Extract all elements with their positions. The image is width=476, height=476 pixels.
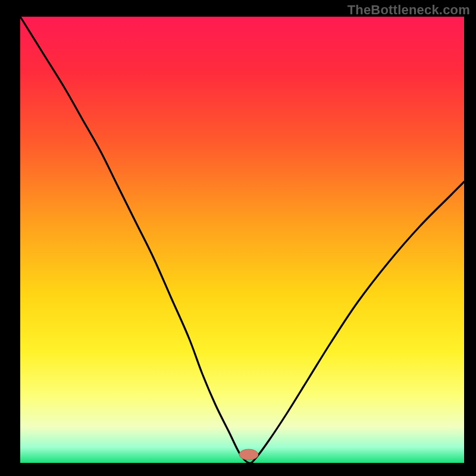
optimal-marker bbox=[239, 449, 258, 460]
bottleneck-chart bbox=[0, 0, 476, 476]
chart-frame: TheBottleneck.com bbox=[0, 0, 476, 476]
plot-background bbox=[20, 17, 464, 463]
watermark-text: TheBottleneck.com bbox=[347, 2, 470, 18]
